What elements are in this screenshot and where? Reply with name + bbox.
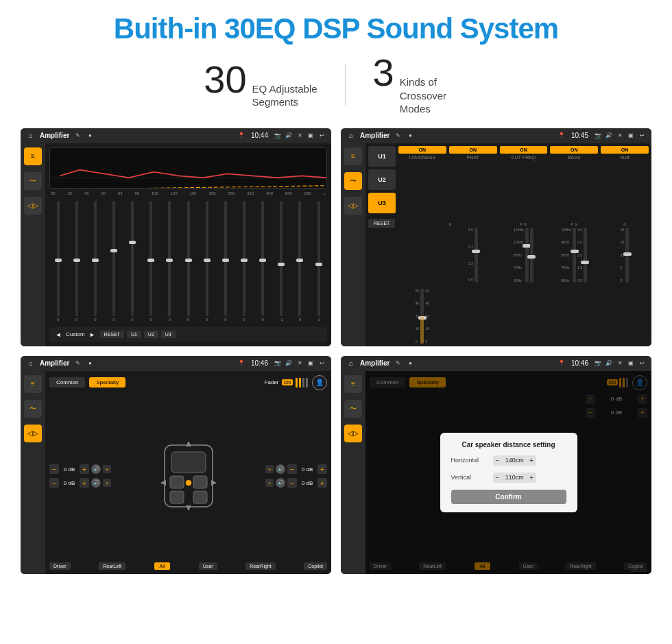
eq-reset-btn[interactable]: RESET	[100, 331, 124, 338]
vol-minus-lb[interactable]: −	[49, 478, 59, 488]
ch-phat-vals: 3.8 2.1 1.3 0.5	[468, 228, 473, 283]
eq-slider-11[interactable]: 0	[254, 201, 272, 322]
copilot-btn[interactable]: Copilot	[304, 562, 327, 570]
ch-track-cutfreq-g[interactable]	[530, 228, 533, 283]
ch-slider-phat: G 3.8 2.1 1.3 0.5	[449, 161, 497, 344]
eq-u1-btn[interactable]: U1	[127, 331, 141, 338]
ch-track-sub[interactable]	[625, 228, 629, 283]
ch-on-sub[interactable]: ON	[601, 146, 649, 154]
svg-rect-7	[193, 476, 207, 488]
spk-cross-rt: +	[265, 465, 274, 473]
dialog-h-plus[interactable]: +	[529, 457, 533, 464]
home-icon-1[interactable]: ⌂	[26, 131, 36, 141]
eq-lbl-0: 25	[51, 191, 56, 195]
vol-minus-lt[interactable]: −	[49, 464, 59, 474]
eq-slider-0[interactable]: 0	[49, 201, 67, 322]
eq-prev-btn[interactable]: ◄	[53, 330, 63, 339]
eq-sliders-row: 0 0 0	[49, 198, 327, 324]
eq-slider-4[interactable]: 5	[124, 201, 141, 322]
eq-slider-9[interactable]: 0	[217, 201, 234, 322]
back-icon-3[interactable]: ↩	[317, 359, 326, 368]
user-btn[interactable]: User	[199, 562, 217, 570]
eq-slider-6[interactable]: 0	[161, 201, 178, 322]
preset-u3[interactable]: U3	[368, 193, 396, 213]
eq-track-8	[206, 201, 208, 316]
common-btn[interactable]: Common	[49, 377, 85, 387]
ch-val-0: 0	[416, 339, 420, 344]
ch-track-bass-g[interactable]	[584, 228, 587, 283]
eq-slider-12[interactable]: -1	[273, 201, 290, 322]
sb2-vol-btn[interactable]: ◁▷	[344, 197, 362, 215]
vol-plus-lt[interactable]: +	[80, 464, 89, 474]
eq-lbl-8: 160	[190, 191, 197, 195]
ch-label-cutfreq: CUT FREQ	[512, 155, 536, 160]
sb2-eq-btn[interactable]: ≡	[344, 147, 362, 165]
sidebar-eq-btn[interactable]: ≡	[24, 147, 42, 165]
eq-slider-13[interactable]: 0	[291, 201, 309, 322]
vol-minus-rt[interactable]: −	[287, 464, 297, 474]
sb4-eq-btn[interactable]: ≡	[344, 375, 362, 393]
bass-g-20: 2.0	[577, 253, 582, 257]
sb3-eq-btn[interactable]: ≡	[24, 375, 42, 393]
ch-track-phat[interactable]	[475, 228, 478, 283]
all-btn[interactable]: All	[154, 562, 171, 570]
ch-on-bass[interactable]: ON	[550, 146, 598, 154]
eq-u2-btn[interactable]: U2	[144, 331, 158, 338]
dialog-h-minus[interactable]: −	[496, 457, 500, 464]
ch-on-loudness[interactable]: ON	[398, 146, 446, 154]
ch-track-loudness[interactable]	[420, 289, 424, 344]
ch-on-cutfreq[interactable]: ON	[500, 146, 548, 154]
back-icon-2[interactable]: ↩	[638, 132, 646, 140]
ch-on-phat[interactable]: ON	[449, 146, 497, 154]
back-icon-1[interactable]: ↩	[317, 132, 326, 140]
eq-slider-5[interactable]: 0	[143, 201, 160, 322]
eq-slider-8[interactable]: 0	[198, 201, 215, 322]
sidebar-vol-btn[interactable]: ◁▷	[24, 197, 42, 215]
confirm-button[interactable]: Confirm	[451, 490, 566, 504]
preset-u1[interactable]: U1	[368, 146, 396, 167]
eq-next-btn[interactable]: ►	[88, 330, 97, 339]
eq-u3-btn[interactable]: U3	[161, 331, 176, 338]
home-icon-2[interactable]: ⌂	[346, 131, 356, 141]
vol-minus-rb[interactable]: −	[287, 478, 297, 488]
sub-0: 0	[621, 278, 625, 283]
eq-slider-14[interactable]: -1	[310, 201, 327, 322]
rearright-btn[interactable]: RearRight	[245, 562, 276, 570]
vol-plus-rt[interactable]: +	[317, 464, 327, 474]
eq-slider-7[interactable]: 0	[180, 201, 197, 322]
ch-track-bass-f[interactable]	[573, 228, 576, 283]
sb2-wave-btn[interactable]: 〜	[344, 172, 362, 190]
eq-thumb-5	[147, 259, 154, 262]
vol-plus-lb[interactable]: +	[80, 478, 89, 488]
sb3-vol-btn[interactable]: ◁▷	[24, 425, 42, 442]
sb4-vol-btn[interactable]: ◁▷	[344, 425, 362, 442]
vol-plus-rb[interactable]: +	[317, 478, 327, 488]
dialog-v-plus[interactable]: +	[529, 474, 533, 481]
bass-80hz: 80Hz	[562, 253, 571, 257]
eq-slider-1[interactable]: 0	[68, 201, 85, 322]
eq-slider-2[interactable]: 0	[86, 201, 104, 322]
bass-g-15: 1.5	[577, 265, 582, 270]
status-time-1: 10:44	[251, 132, 268, 139]
specialty-btn[interactable]: Specialty	[89, 377, 125, 387]
channel-sub: ON SUB G 20 15 10 5	[601, 146, 649, 344]
sb3-wave-btn[interactable]: 〜	[24, 400, 42, 418]
back-icon-4[interactable]: ↩	[638, 359, 646, 368]
sidebar-wave-btn[interactable]: 〜	[24, 172, 42, 190]
home-icon-4[interactable]: ⌂	[346, 359, 356, 368]
eq-slider-3[interactable]: 0	[105, 201, 122, 322]
sb4-wave-btn[interactable]: 〜	[344, 400, 362, 418]
ch-cutfreq-freqs: 125Hz 100Hz 80Hz 70Hz 60Hz	[514, 228, 523, 283]
home-icon-3[interactable]: ⌂	[26, 359, 36, 368]
rearleft-btn[interactable]: RearLeft	[99, 562, 125, 570]
dialog-v-minus[interactable]: −	[496, 474, 500, 481]
spk-icon-lt: 🔊	[91, 464, 101, 474]
fader-on[interactable]: ON	[282, 379, 293, 385]
app-title-2: Amplifier	[360, 132, 389, 139]
crossover-reset-btn[interactable]: RESET	[368, 219, 395, 228]
pin-icon-2: 📍	[557, 132, 566, 140]
driver-btn[interactable]: Driver	[49, 562, 71, 570]
preset-u2[interactable]: U2	[368, 169, 396, 190]
eq-slider-10[interactable]: 0	[235, 201, 252, 322]
vol-val-lt: 0 dB	[61, 466, 77, 473]
